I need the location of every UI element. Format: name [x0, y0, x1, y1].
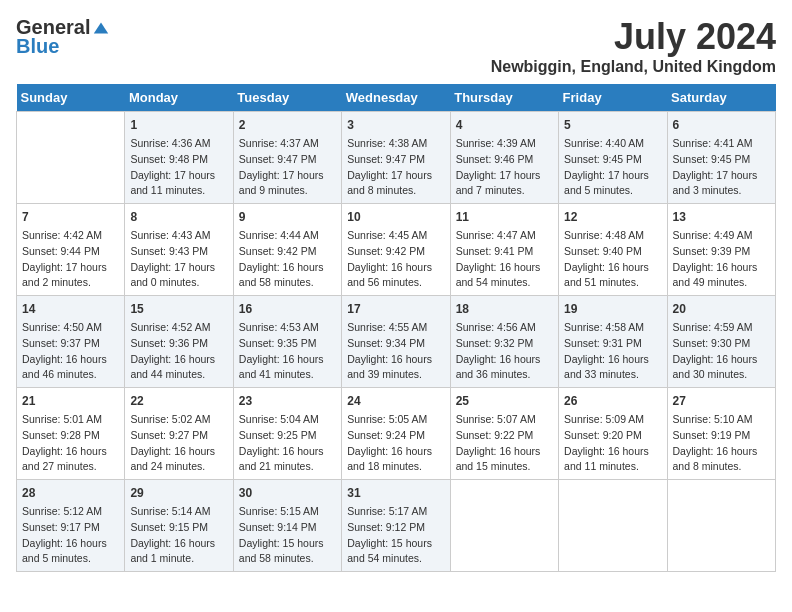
day-number: 4: [456, 116, 553, 134]
day-header-thursday: Thursday: [450, 84, 558, 112]
logo: General Blue: [16, 16, 110, 58]
day-number: 22: [130, 392, 227, 410]
day-info: Daylight: 17 hours: [22, 260, 119, 276]
day-info: Sunrise: 4:47 AM: [456, 228, 553, 244]
calendar-cell: 26Sunrise: 5:09 AMSunset: 9:20 PMDayligh…: [559, 388, 667, 480]
day-headers-row: SundayMondayTuesdayWednesdayThursdayFrid…: [17, 84, 776, 112]
day-number: 25: [456, 392, 553, 410]
day-info: Sunset: 9:14 PM: [239, 520, 336, 536]
calendar-cell: 30Sunrise: 5:15 AMSunset: 9:14 PMDayligh…: [233, 480, 341, 572]
calendar-table: SundayMondayTuesdayWednesdayThursdayFrid…: [16, 84, 776, 572]
calendar-cell: 28Sunrise: 5:12 AMSunset: 9:17 PMDayligh…: [17, 480, 125, 572]
day-number: 24: [347, 392, 444, 410]
day-number: 11: [456, 208, 553, 226]
day-info: Sunset: 9:22 PM: [456, 428, 553, 444]
day-header-wednesday: Wednesday: [342, 84, 450, 112]
day-number: 14: [22, 300, 119, 318]
day-info: and 1 minute.: [130, 551, 227, 567]
day-number: 31: [347, 484, 444, 502]
day-info: Sunset: 9:45 PM: [564, 152, 661, 168]
day-info: and 36 minutes.: [456, 367, 553, 383]
day-info: and 58 minutes.: [239, 275, 336, 291]
day-info: and 51 minutes.: [564, 275, 661, 291]
day-info: and 30 minutes.: [673, 367, 770, 383]
day-header-sunday: Sunday: [17, 84, 125, 112]
calendar-cell: 20Sunrise: 4:59 AMSunset: 9:30 PMDayligh…: [667, 296, 775, 388]
day-info: Daylight: 17 hours: [239, 168, 336, 184]
day-info: Sunset: 9:12 PM: [347, 520, 444, 536]
calendar-cell: [450, 480, 558, 572]
day-info: Sunrise: 4:45 AM: [347, 228, 444, 244]
day-info: Sunset: 9:45 PM: [673, 152, 770, 168]
day-info: and 2 minutes.: [22, 275, 119, 291]
calendar-cell: 31Sunrise: 5:17 AMSunset: 9:12 PMDayligh…: [342, 480, 450, 572]
day-info: Sunset: 9:35 PM: [239, 336, 336, 352]
day-info: and 27 minutes.: [22, 459, 119, 475]
calendar-cell: 14Sunrise: 4:50 AMSunset: 9:37 PMDayligh…: [17, 296, 125, 388]
day-info: Daylight: 17 hours: [456, 168, 553, 184]
calendar-cell: 17Sunrise: 4:55 AMSunset: 9:34 PMDayligh…: [342, 296, 450, 388]
day-info: Sunset: 9:42 PM: [347, 244, 444, 260]
day-info: Daylight: 16 hours: [22, 536, 119, 552]
day-info: and 44 minutes.: [130, 367, 227, 383]
calendar-cell: 21Sunrise: 5:01 AMSunset: 9:28 PMDayligh…: [17, 388, 125, 480]
day-info: Daylight: 17 hours: [130, 168, 227, 184]
day-info: Daylight: 16 hours: [456, 352, 553, 368]
week-row-2: 7Sunrise: 4:42 AMSunset: 9:44 PMDaylight…: [17, 204, 776, 296]
day-info: Daylight: 16 hours: [673, 260, 770, 276]
day-info: Daylight: 16 hours: [564, 352, 661, 368]
day-info: Sunrise: 5:12 AM: [22, 504, 119, 520]
calendar-cell: 3Sunrise: 4:38 AMSunset: 9:47 PMDaylight…: [342, 112, 450, 204]
day-info: Daylight: 16 hours: [347, 444, 444, 460]
calendar-cell: 5Sunrise: 4:40 AMSunset: 9:45 PMDaylight…: [559, 112, 667, 204]
calendar-cell: 12Sunrise: 4:48 AMSunset: 9:40 PMDayligh…: [559, 204, 667, 296]
day-info: Sunset: 9:28 PM: [22, 428, 119, 444]
day-info: Sunset: 9:24 PM: [347, 428, 444, 444]
calendar-cell: 8Sunrise: 4:43 AMSunset: 9:43 PMDaylight…: [125, 204, 233, 296]
day-info: Sunrise: 5:14 AM: [130, 504, 227, 520]
day-info: Daylight: 17 hours: [130, 260, 227, 276]
day-header-monday: Monday: [125, 84, 233, 112]
day-info: Daylight: 16 hours: [673, 352, 770, 368]
week-row-4: 21Sunrise: 5:01 AMSunset: 9:28 PMDayligh…: [17, 388, 776, 480]
day-info: Sunrise: 4:42 AM: [22, 228, 119, 244]
page-header: General Blue July 2024 Newbiggin, Englan…: [16, 16, 776, 76]
day-info: Sunrise: 5:01 AM: [22, 412, 119, 428]
day-info: and 39 minutes.: [347, 367, 444, 383]
day-info: Daylight: 16 hours: [564, 444, 661, 460]
calendar-cell: 9Sunrise: 4:44 AMSunset: 9:42 PMDaylight…: [233, 204, 341, 296]
day-info: and 54 minutes.: [456, 275, 553, 291]
day-info: Sunrise: 5:15 AM: [239, 504, 336, 520]
day-info: Sunset: 9:39 PM: [673, 244, 770, 260]
day-info: Sunrise: 4:38 AM: [347, 136, 444, 152]
day-info: and 8 minutes.: [347, 183, 444, 199]
day-number: 27: [673, 392, 770, 410]
day-info: Sunset: 9:48 PM: [130, 152, 227, 168]
day-number: 21: [22, 392, 119, 410]
day-info: and 54 minutes.: [347, 551, 444, 567]
day-number: 1: [130, 116, 227, 134]
day-number: 17: [347, 300, 444, 318]
day-info: Sunrise: 4:50 AM: [22, 320, 119, 336]
day-info: Sunset: 9:20 PM: [564, 428, 661, 444]
day-info: Daylight: 16 hours: [239, 444, 336, 460]
day-header-friday: Friday: [559, 84, 667, 112]
day-number: 3: [347, 116, 444, 134]
day-info: Daylight: 16 hours: [673, 444, 770, 460]
day-number: 15: [130, 300, 227, 318]
day-number: 2: [239, 116, 336, 134]
calendar-cell: 7Sunrise: 4:42 AMSunset: 9:44 PMDaylight…: [17, 204, 125, 296]
day-info: Daylight: 17 hours: [564, 168, 661, 184]
calendar-cell: 2Sunrise: 4:37 AMSunset: 9:47 PMDaylight…: [233, 112, 341, 204]
location: Newbiggin, England, United Kingdom: [491, 58, 776, 76]
day-info: Daylight: 17 hours: [347, 168, 444, 184]
day-info: Sunrise: 4:39 AM: [456, 136, 553, 152]
day-info: Sunrise: 4:53 AM: [239, 320, 336, 336]
calendar-cell: 24Sunrise: 5:05 AMSunset: 9:24 PMDayligh…: [342, 388, 450, 480]
day-number: 6: [673, 116, 770, 134]
day-info: Sunset: 9:17 PM: [22, 520, 119, 536]
calendar-cell: 27Sunrise: 5:10 AMSunset: 9:19 PMDayligh…: [667, 388, 775, 480]
day-info: Sunset: 9:43 PM: [130, 244, 227, 260]
day-info: Sunrise: 5:02 AM: [130, 412, 227, 428]
day-info: Sunrise: 4:56 AM: [456, 320, 553, 336]
